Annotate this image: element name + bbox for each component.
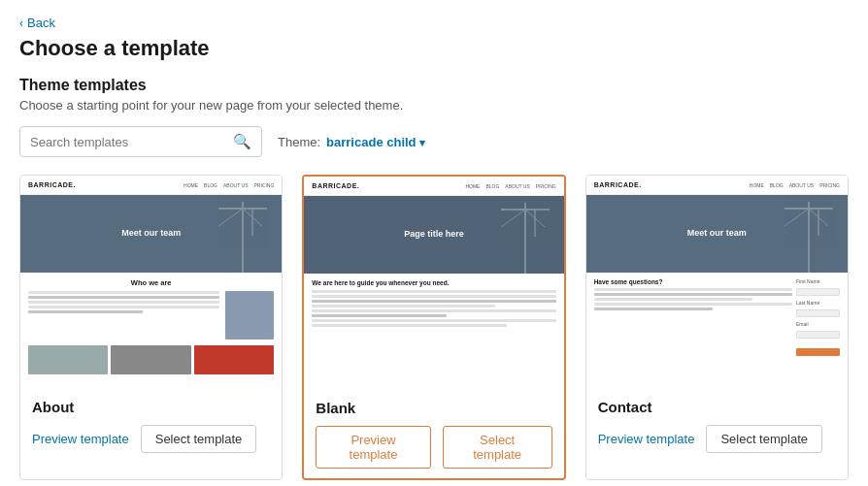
svg-line-2 bbox=[218, 209, 243, 226]
svg-line-12 bbox=[785, 209, 809, 226]
search-input[interactable] bbox=[30, 135, 233, 149]
filter-row: 🔍 Theme: barricade child ▾ bbox=[19, 126, 849, 157]
template-name-contact: Contact bbox=[598, 399, 836, 415]
template-preview-about: BARRICADE. HOMEBLOGABOUT USPRICING bbox=[20, 176, 282, 389]
page-wrapper: ‹ Back Choose a template Theme templates… bbox=[0, 0, 868, 486]
search-box: 🔍 bbox=[19, 126, 262, 157]
template-preview-blank: BARRICADE. HOMEBLOGABOUT USPRICING bbox=[304, 177, 563, 390]
template-preview-contact: BARRICADE. HOMEBLOGABOUT USPRICING bbox=[586, 176, 848, 389]
section-desc: Choose a starting point for your new pag… bbox=[19, 98, 849, 113]
select-template-about[interactable]: Select template bbox=[141, 425, 257, 453]
theme-chevron-icon: ▾ bbox=[419, 137, 425, 148]
chevron-left-icon: ‹ bbox=[19, 16, 23, 30]
theme-label: Theme: bbox=[278, 135, 320, 149]
section-header: Theme templates Choose a starting point … bbox=[19, 77, 849, 113]
section-title: Theme templates bbox=[19, 77, 849, 94]
template-info-contact: Contact Preview template Select template bbox=[586, 389, 848, 463]
template-card-about: BARRICADE. HOMEBLOGABOUT USPRICING bbox=[19, 175, 283, 480]
back-label: Back bbox=[27, 16, 55, 30]
template-actions-contact: Preview template Select template bbox=[598, 425, 836, 453]
template-card-blank: BARRICADE. HOMEBLOGABOUT USPRICING bbox=[302, 175, 565, 480]
svg-line-7 bbox=[501, 210, 525, 227]
template-name-about: About bbox=[32, 399, 270, 415]
search-icon[interactable]: 🔍 bbox=[233, 133, 251, 150]
select-template-blank[interactable]: Select template bbox=[443, 426, 552, 469]
theme-selector: Theme: barricade child ▾ bbox=[278, 135, 425, 149]
preview-template-contact[interactable]: Preview template bbox=[598, 432, 695, 446]
page-title: Choose a template bbox=[19, 36, 849, 61]
template-actions-about: Preview template Select template bbox=[32, 425, 270, 453]
template-info-blank: Blank Preview template Select template bbox=[304, 390, 563, 478]
template-info-about: About Preview template Select template bbox=[20, 389, 282, 463]
preview-template-about[interactable]: Preview template bbox=[32, 432, 129, 446]
template-card-contact: BARRICADE. HOMEBLOGABOUT USPRICING bbox=[585, 175, 849, 480]
template-name-blank: Blank bbox=[316, 400, 551, 416]
back-link[interactable]: ‹ Back bbox=[19, 16, 849, 30]
select-template-contact[interactable]: Select template bbox=[706, 425, 822, 453]
preview-template-blank[interactable]: Preview template bbox=[316, 426, 430, 469]
theme-name-text: barricade child bbox=[326, 135, 416, 149]
template-actions-blank: Preview template Select template bbox=[316, 426, 551, 469]
templates-grid: BARRICADE. HOMEBLOGABOUT USPRICING bbox=[19, 175, 849, 480]
theme-dropdown[interactable]: barricade child ▾ bbox=[326, 135, 425, 149]
